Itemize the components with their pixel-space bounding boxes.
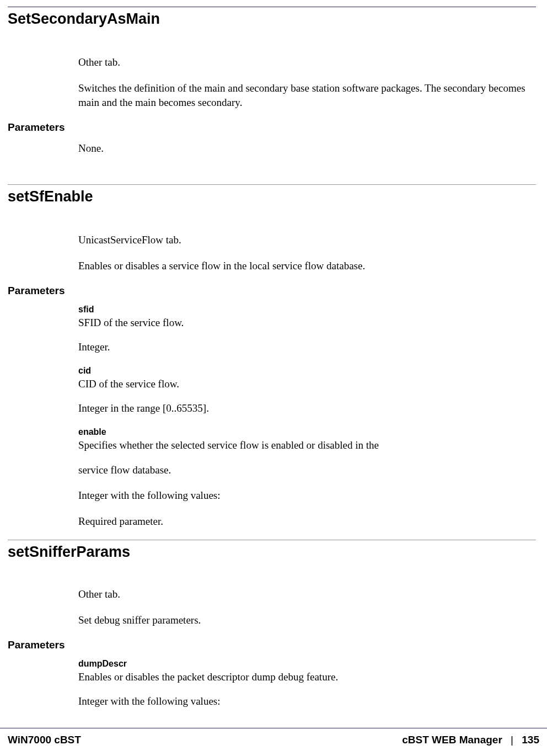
body-text: Other tab.	[78, 55, 536, 70]
body-text: Switches the definition of the main and …	[78, 81, 536, 110]
param-name-cid: cid	[78, 366, 536, 376]
body-text: Integer in the range [0..65535].	[78, 401, 536, 416]
body-text: None.	[78, 141, 536, 156]
body-text: Specifies whether the selected service f…	[78, 438, 536, 453]
body-text: Integer.	[78, 340, 536, 355]
body-text: SFID of the service flow.	[78, 316, 536, 331]
body-text: Required parameter.	[78, 514, 536, 529]
body-text: service flow database.	[78, 463, 536, 478]
body-text: Enables or disables the packet descripto…	[78, 670, 536, 685]
body-text: Set debug sniffer parameters.	[78, 613, 536, 628]
body-text: Integer with the following values:	[78, 694, 536, 709]
footer-right: cBST WEB Manager | 135	[402, 734, 539, 746]
section-title-setsecondaryasmain: SetSecondaryAsMain	[8, 7, 536, 28]
page-footer: WiN7000 cBST cBST WEB Manager | 135	[0, 728, 547, 756]
section-title-setsnifferparams: setSnifferParams	[8, 540, 536, 561]
footer-page-number: 135	[522, 734, 539, 746]
footer-separator: |	[511, 734, 513, 746]
footer-product-name: WiN7000 cBST	[8, 734, 81, 746]
param-name-sfid: sfid	[78, 305, 536, 315]
parameters-heading: Parameters	[8, 639, 536, 651]
body-text: Integer with the following values:	[78, 488, 536, 503]
page-content: SetSecondaryAsMain Other tab. Switches t…	[0, 0, 547, 709]
footer-section-name: cBST WEB Manager	[402, 734, 502, 746]
param-name-dumpdescr: dumpDescr	[78, 659, 536, 669]
body-text: Enables or disables a service flow in th…	[78, 259, 536, 274]
param-name-enable: enable	[78, 427, 536, 437]
parameters-heading: Parameters	[8, 285, 536, 297]
section-title-setsfenable: setSfEnable	[8, 184, 536, 205]
body-text: Other tab.	[78, 587, 536, 602]
body-text: UnicastServiceFlow tab.	[78, 233, 536, 248]
body-text: CID of the service flow.	[78, 377, 536, 392]
parameters-heading: Parameters	[8, 121, 536, 134]
